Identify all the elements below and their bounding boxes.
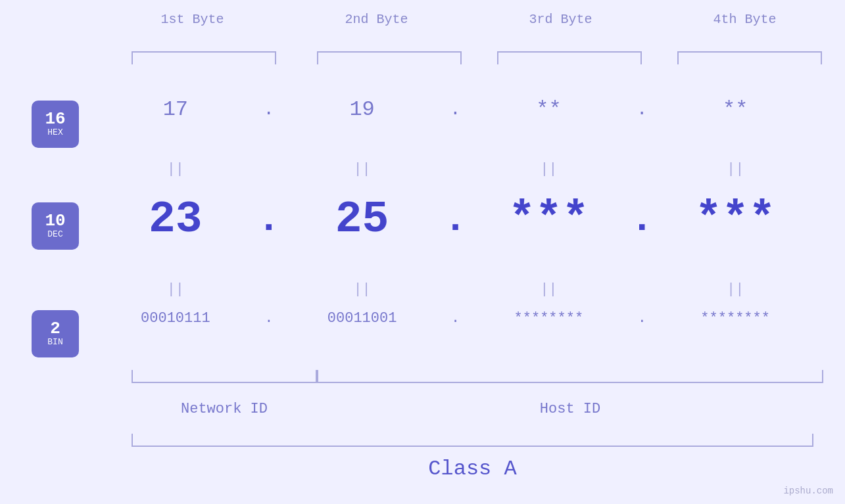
bracket-top-2 xyxy=(317,51,462,64)
sep-dec-bin-3: || xyxy=(472,281,626,298)
hex-val-1: 17 xyxy=(99,97,253,122)
bin-val-3: ******** xyxy=(472,310,626,327)
dec-dot-2: . xyxy=(439,197,471,242)
col-header-4: 4th Byte xyxy=(653,12,837,27)
bin-badge-lbl: BIN xyxy=(47,337,62,348)
sep-dec-bin-4: || xyxy=(658,281,812,298)
dec-val-3: *** xyxy=(472,194,626,244)
bracket-class xyxy=(132,434,813,447)
hex-badge-lbl: HEX xyxy=(47,127,62,138)
dec-badge-lbl: DEC xyxy=(47,229,62,240)
hex-val-3: ** xyxy=(472,97,626,122)
bin-val-2: 00011001 xyxy=(285,310,439,327)
hex-badge-num: 16 xyxy=(45,110,65,127)
bin-dot-2: . xyxy=(439,310,471,327)
bracket-top-3 xyxy=(497,51,642,64)
hex-dot-2: . xyxy=(439,99,471,120)
dec-dot-1: . xyxy=(253,197,285,242)
label-class: Class A xyxy=(132,457,813,481)
sep-dec-bin-1: || xyxy=(99,281,253,298)
hex-row: 17 . 19 . ** . ** xyxy=(99,97,812,122)
bin-val-1: 00010111 xyxy=(99,310,253,327)
col-header-1: 1st Byte xyxy=(101,12,285,27)
hex-val-4: ** xyxy=(658,97,812,122)
hex-dot-1: . xyxy=(253,99,285,120)
sep-hex-dec-1: || xyxy=(99,161,253,177)
bin-row: 00010111 . 00011001 . ******** . *******… xyxy=(99,310,812,327)
dec-row: 23 . 25 . *** . *** xyxy=(99,194,812,244)
dec-dot-3: . xyxy=(625,197,658,242)
bin-dot-1: . xyxy=(253,310,285,327)
bin-val-4: ******** xyxy=(658,310,812,327)
bin-badge-num: 2 xyxy=(50,320,60,337)
label-network-id: Network ID xyxy=(132,401,317,417)
col-header-3: 3rd Byte xyxy=(469,12,653,27)
bracket-top-1 xyxy=(132,51,276,64)
main-container: 16 HEX 10 DEC 2 BIN 1st Byte 2nd Byte 3r… xyxy=(0,0,845,504)
sep-hex-dec-2: || xyxy=(285,161,439,177)
hex-dot-3: . xyxy=(625,99,658,120)
sep-hex-dec-4: || xyxy=(658,161,812,177)
watermark: ipshu.com xyxy=(783,486,833,496)
bin-badge: 2 BIN xyxy=(32,310,79,357)
dec-val-1: 23 xyxy=(99,194,253,244)
label-host-id: Host ID xyxy=(317,401,823,417)
hex-badge: 16 HEX xyxy=(32,101,79,148)
col-header-2: 2nd Byte xyxy=(285,12,469,27)
bracket-network-id xyxy=(132,370,317,383)
dec-val-4: *** xyxy=(658,194,812,244)
bin-dot-3: . xyxy=(625,310,658,327)
bracket-top-4 xyxy=(677,51,822,64)
sep-hex-dec: || || || || xyxy=(99,161,812,177)
dec-val-2: 25 xyxy=(285,194,439,244)
sep-dec-bin-2: || xyxy=(285,281,439,298)
column-headers: 1st Byte 2nd Byte 3rd Byte 4th Byte xyxy=(0,12,845,27)
sep-dec-bin: || || || || xyxy=(99,281,812,298)
sep-hex-dec-3: || xyxy=(472,161,626,177)
dec-badge-num: 10 xyxy=(45,212,65,229)
bracket-host-id xyxy=(317,370,823,383)
hex-val-2: 19 xyxy=(285,97,439,122)
dec-badge: 10 DEC xyxy=(32,202,79,250)
